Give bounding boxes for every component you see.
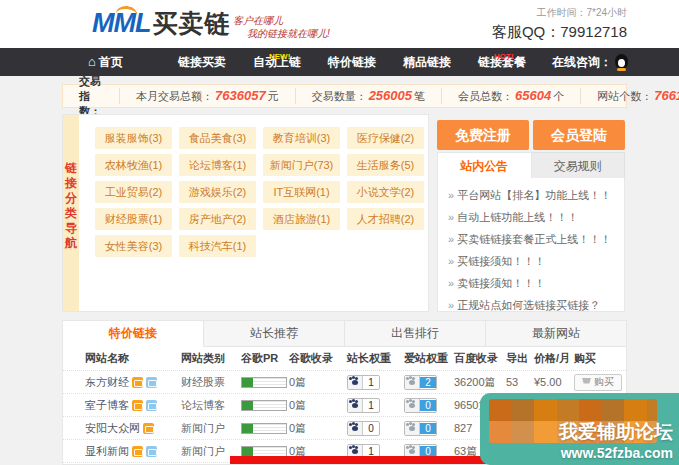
google-pr-fill <box>242 378 253 387</box>
category-it-internet[interactable]: IT互联网(1) <box>263 181 340 203</box>
orange-cert-icon <box>132 446 143 457</box>
col-aizhan-weight: 爱站权重 <box>404 351 454 366</box>
site-logo[interactable]: MML 买卖链 <box>92 8 230 38</box>
announcement-item[interactable]: »正规站点如何选链接买链接？ <box>448 294 614 316</box>
watermark-line1: 我爱辅助论坛 <box>559 420 673 444</box>
stats-title: 交易指数： <box>63 74 119 119</box>
nav-item-link-trade[interactable]: 链接买卖 <box>178 48 226 76</box>
arrow-marker-icon: » <box>448 255 454 267</box>
main-nav: ⌂首页 链接买卖 NEW!自动上链 特价链接 精品链接 HOT!链接套餐 在线咨… <box>0 48 679 76</box>
category-hotel-travel[interactable]: 酒店旅游(1) <box>263 208 340 230</box>
zhanzhang-weight-badge: 1 <box>347 398 380 413</box>
google-pr-bar <box>241 446 287 457</box>
stat-monthly-total: 本月交易总额：7636057元 <box>119 88 295 104</box>
nav-item-auto-link[interactable]: NEW!自动上链 <box>253 48 301 76</box>
announcement-item[interactable]: »自动上链功能上线！！！ <box>448 206 614 228</box>
announcement-item[interactable]: »买链接须知！！！ <box>448 250 614 272</box>
col-price: 价格/月 <box>534 351 574 366</box>
tab-sales-ranking[interactable]: 出售排行 <box>345 321 486 347</box>
nav-item-premium-links[interactable]: 精品链接 <box>403 48 451 76</box>
site-name-link[interactable]: 室子博客 <box>63 398 181 413</box>
tab-special-links[interactable]: 特价链接 <box>63 321 204 347</box>
site-category: 论坛博客 <box>181 398 241 413</box>
service-qq: 客服QQ：79912718 <box>492 23 627 42</box>
watermark-text: 我爱辅助论坛 www.52fzba.com <box>559 420 673 462</box>
baidu-indexed: 36200篇 <box>454 375 506 390</box>
panel-tabs: 站内公告 交易规则 <box>437 152 625 179</box>
home-icon: ⌂ <box>88 54 96 69</box>
category-education[interactable]: 教育培训(3) <box>263 127 340 149</box>
category-game[interactable]: 游戏娱乐(2) <box>179 181 256 203</box>
announcement-item[interactable]: »卖链接须知！！！ <box>448 272 614 294</box>
tagline-line1: 客户在哪儿 <box>233 14 330 27</box>
watermark-overlay: 我爱辅助论坛 www.52fzba.com <box>480 393 679 465</box>
category-beauty[interactable]: 女性美容(3) <box>95 235 172 257</box>
arrow-marker-icon: » <box>448 189 454 201</box>
category-tech-auto[interactable]: 科技汽车(1) <box>179 235 256 257</box>
table-row: 东方财经 财经股票 0篇 1 2 36200篇 53 ¥5.00 购买 <box>63 371 626 394</box>
nav-item-special-links[interactable]: 特价链接 <box>328 48 376 76</box>
category-nav-box: 链接分类导航 服装服饰(3) 食品美食(3) 教育培训(3) 医疗保健(2) 农… <box>62 114 429 312</box>
google-pr-fill <box>242 447 253 456</box>
blue-cert-icon <box>146 377 157 388</box>
google-pr-cell <box>241 400 289 411</box>
arrow-marker-icon: » <box>448 233 454 245</box>
category-recruitment[interactable]: 人才招聘(2) <box>347 208 424 230</box>
out-links: 53 <box>506 376 534 388</box>
col-google-indexed: 谷歌收录 <box>289 351 347 366</box>
site-name-link[interactable]: 显利新闻 <box>63 444 181 459</box>
google-pr-fill <box>242 424 253 433</box>
nav-item-online-consult[interactable]: 在线咨询： <box>552 48 628 76</box>
category-forum-blog[interactable]: 论坛博客(1) <box>179 154 256 176</box>
category-finance-stock[interactable]: 财经股票(1) <box>95 208 172 230</box>
aizhan-weight-badge: 0 <box>404 421 437 436</box>
category-food[interactable]: 食品美食(3) <box>179 127 256 149</box>
category-novel[interactable]: 小说文学(2) <box>347 181 424 203</box>
site-name-link[interactable]: 安阳大众网 <box>63 421 181 436</box>
qq-penguin-icon[interactable] <box>615 54 628 69</box>
watermark-line2: www.52fzba.com <box>559 444 673 462</box>
zhanzhang-weight-badge: 0 <box>347 421 380 436</box>
logo-mml-text: MML <box>92 8 150 38</box>
category-real-estate[interactable]: 房产地产(2) <box>179 208 256 230</box>
site-name-link[interactable]: 东方财经 <box>63 375 181 390</box>
arrow-marker-icon: » <box>448 299 454 311</box>
tab-newest-sites[interactable]: 最新网站 <box>486 321 626 347</box>
category-life-service[interactable]: 生活服务(5) <box>347 154 424 176</box>
login-button[interactable]: 会员登陆 <box>533 120 625 150</box>
work-time: 工作时间：7*24小时 <box>492 6 627 20</box>
google-indexed: 0篇 <box>289 421 347 436</box>
paw-icon <box>405 375 420 390</box>
announcement-item[interactable]: »买卖链链接套餐正式上线！！！ <box>448 228 614 250</box>
aizhan-weight-badge: 0 <box>404 398 437 413</box>
nav-item-link-packages[interactable]: HOT!链接套餐 <box>478 48 526 76</box>
tab-trade-rules[interactable]: 交易规则 <box>532 152 626 179</box>
cart-icon <box>582 378 591 384</box>
blue-cert-icon <box>146 446 157 457</box>
register-button[interactable]: 免费注册 <box>437 120 529 150</box>
buy-button[interactable]: 购买 <box>574 374 622 391</box>
tab-webmaster-recommend[interactable]: 站长推荐 <box>204 321 345 347</box>
category-industry-trade[interactable]: 工业贸易(2) <box>95 181 172 203</box>
category-clothing[interactable]: 服装服饰(3) <box>95 127 172 149</box>
announcement-list: »平台网站【排名】功能上线！！！ »自动上链功能上线！！！ »买卖链链接套餐正式… <box>437 178 625 312</box>
tagline: 客户在哪儿 我的链接就在哪儿! <box>233 14 330 40</box>
paw-icon <box>348 375 363 390</box>
listing-tabs: 特价链接 站长推荐 出售排行 最新网站 <box>63 321 626 347</box>
category-medical[interactable]: 医疗保健(2) <box>347 127 424 149</box>
col-site-category: 网站类别 <box>181 351 241 366</box>
category-agriculture[interactable]: 农林牧渔(1) <box>95 154 172 176</box>
orange-cert-icon <box>132 377 143 388</box>
google-pr-bar <box>241 400 287 411</box>
category-news-portal[interactable]: 新闻门户(73) <box>263 154 340 176</box>
site-category: 财经股票 <box>181 375 241 390</box>
google-indexed: 0篇 <box>289 375 347 390</box>
listing-header-row: 网站名称 网站类别 谷歌PR 谷歌收录 站长权重 爱站权重 百度收录 导出 价格… <box>63 347 626 371</box>
category-side-label: 链接分类导航 <box>63 115 79 311</box>
nav-item-home[interactable]: ⌂首页 <box>88 48 123 76</box>
orange-cert-icon <box>132 400 143 411</box>
announcement-item[interactable]: »平台网站【排名】功能上线！！！ <box>448 184 614 206</box>
blue-cert-icon <box>146 400 157 411</box>
tab-site-notice[interactable]: 站内公告 <box>437 152 532 179</box>
page: MML 买卖链 客户在哪儿 我的链接就在哪儿! 工作时间：7*24小时 客服QQ… <box>0 0 679 465</box>
